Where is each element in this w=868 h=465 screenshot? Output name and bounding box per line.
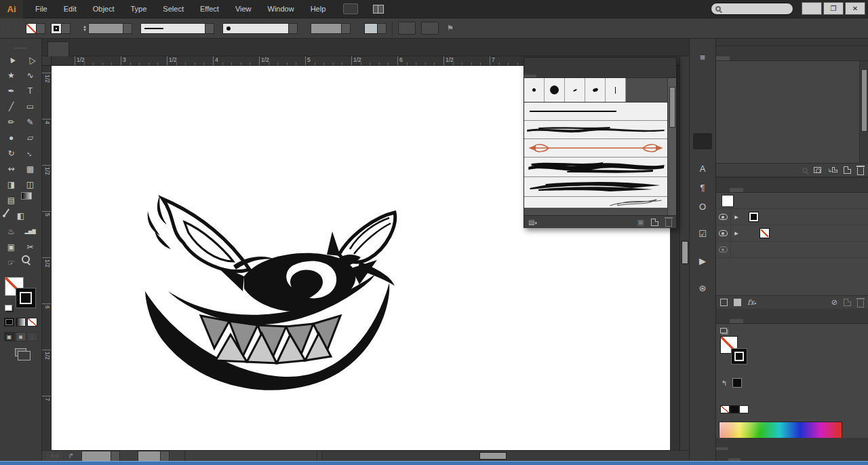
scroll-up-icon[interactable] [860, 61, 868, 69]
tab-transparency[interactable] [716, 319, 730, 323]
pathfinder-panel-icon[interactable] [693, 133, 712, 149]
none-swatch[interactable] [720, 405, 730, 413]
add-effect-icon[interactable]: fx▾ [747, 298, 756, 307]
tab-layers[interactable] [716, 56, 730, 60]
add-new-fill-icon[interactable] [734, 299, 741, 306]
black-swatch[interactable] [732, 378, 742, 388]
draw-normal-button[interactable]: ▣ [4, 332, 15, 341]
stroke-dropdown[interactable] [62, 23, 71, 34]
brush-options-icon[interactable]: ▣ [637, 218, 644, 227]
layers-scrollbar[interactable] [859, 61, 868, 163]
scroll-up-icon[interactable] [668, 78, 676, 86]
ruler-origin-corner[interactable] [42, 56, 52, 66]
preferences-button[interactable] [421, 22, 439, 35]
rotate-tool[interactable]: ↻ [2, 145, 21, 161]
tab-appearance[interactable] [730, 188, 743, 192]
scroll-thumb[interactable] [861, 69, 867, 132]
symbol-sprayer-tool[interactable]: ♨ [2, 223, 21, 239]
new-sublayer-icon[interactable]: ↳ [827, 167, 837, 174]
new-layer-icon[interactable] [844, 166, 851, 174]
appearance-opacity-row[interactable] [716, 242, 868, 258]
default-fill-stroke-icon[interactable] [5, 305, 12, 311]
eyedropper-tool[interactable] [2, 208, 12, 217]
gradient-tool[interactable] [21, 192, 32, 200]
document-setup-button[interactable] [398, 22, 416, 35]
tab-graphic-styles[interactable] [549, 75, 561, 77]
duplicate-item-icon[interactable] [844, 299, 851, 306]
rectangle-tool[interactable]: ▭ [21, 98, 40, 114]
brush-definition-dropdown[interactable] [289, 23, 298, 34]
zoom-level-value[interactable] [81, 451, 111, 462]
brush-5pt-flat[interactable] [606, 78, 626, 102]
menu-item[interactable]: Select [163, 5, 184, 13]
status-toggle-icon[interactable]: ⊙⊙ [47, 452, 62, 460]
delete-item-icon[interactable] [857, 300, 864, 308]
scroll-down-icon[interactable] [668, 207, 676, 215]
panel-menu-icon[interactable] [860, 320, 868, 323]
brush-row-charcoal-thick[interactable] [524, 157, 667, 177]
expand-icon[interactable]: ▶ [731, 215, 742, 220]
expand-icon[interactable]: ▶ [731, 231, 742, 236]
brush-3pt-round[interactable] [524, 78, 545, 102]
white-swatch[interactable] [739, 405, 749, 413]
add-new-stroke-icon[interactable] [720, 299, 728, 306]
stroke-color-swatch[interactable] [51, 23, 62, 34]
brush-row-arrow[interactable] [524, 139, 667, 157]
flag-icon[interactable]: ⚑ [447, 24, 454, 33]
fill-color-swatch[interactable] [26, 23, 37, 34]
scroll-down-icon[interactable] [680, 441, 690, 449]
brush-row-charcoal-feather[interactable] [524, 177, 667, 197]
opacity-dropdown[interactable] [342, 23, 351, 34]
magic-wand-tool[interactable]: ★ [2, 67, 21, 83]
black-swatch[interactable] [730, 405, 739, 413]
tab-color[interactable] [730, 319, 743, 323]
restore-button[interactable]: ❐ [823, 2, 844, 15]
mesh-tool[interactable]: ▤ [2, 192, 21, 208]
draw-behind-button[interactable]: ◙ [16, 332, 26, 341]
panel-menu-icon[interactable] [860, 189, 868, 192]
opacity-value[interactable] [311, 23, 342, 34]
brush-list-scrollbar[interactable] [667, 78, 676, 215]
preflight-panel-icon[interactable]: ☑ [693, 225, 712, 242]
actions-panel-icon[interactable]: ▶ [693, 253, 712, 269]
tab-links[interactable] [743, 56, 757, 60]
color-button[interactable] [4, 318, 14, 327]
paintbrush-tool[interactable]: ✏ [2, 114, 21, 130]
gradient-panel-icon[interactable] [693, 68, 712, 84]
arrange-documents-button[interactable] [373, 5, 386, 14]
scroll-up-icon[interactable] [680, 57, 690, 66]
stroke-panel-icon[interactable]: ≡ [693, 49, 712, 65]
minimize-button[interactable] [802, 2, 822, 15]
clear-appearance-icon[interactable]: ⊘ [831, 298, 837, 307]
width-profile-select[interactable] [140, 23, 205, 34]
pen-tool[interactable]: ✒ [2, 83, 21, 98]
brush-1pt-oval[interactable] [565, 78, 585, 102]
collapse-dock-icon[interactable] [690, 39, 715, 46]
horizontal-scroll-thumb[interactable] [479, 452, 507, 460]
align-panel-icon[interactable] [693, 114, 712, 130]
stroke-indicator-swatch[interactable] [16, 288, 36, 308]
zoom-dropdown[interactable] [111, 451, 120, 462]
status-readout[interactable] [184, 451, 317, 461]
stroke-weight-stepper[interactable]: ▲▼ [83, 25, 87, 32]
visibility-eye-icon[interactable] [719, 214, 728, 220]
dock-header[interactable] [716, 39, 868, 46]
tab-brushes[interactable] [524, 75, 536, 77]
stroke-weight-value[interactable] [88, 23, 123, 34]
last-color-icon[interactable]: ↰ [722, 379, 727, 387]
pencil-tool[interactable]: ✎ [21, 114, 40, 130]
paragraph-panel-icon[interactable]: ¶ [693, 179, 712, 196]
tab-symbols[interactable] [536, 75, 549, 77]
shape-builder-tool[interactable]: ◨ [2, 176, 21, 192]
screen-mode-button[interactable] [15, 348, 26, 356]
menu-item[interactable]: Type [131, 5, 147, 13]
stroke-weight-dropdown[interactable] [123, 23, 132, 34]
blend-tool[interactable]: ◧ [12, 208, 31, 223]
artboard-tool[interactable]: ▣ [2, 239, 21, 255]
workspace-switcher[interactable] [614, 0, 618, 18]
brush-libraries-icon[interactable]: ▤▾ [528, 219, 537, 226]
brush-row-charcoal[interactable] [524, 121, 667, 139]
perspective-grid-tool[interactable]: ◫ [21, 176, 40, 192]
stroke-swatch[interactable] [749, 212, 759, 222]
brush-definition-select[interactable] [222, 23, 289, 34]
